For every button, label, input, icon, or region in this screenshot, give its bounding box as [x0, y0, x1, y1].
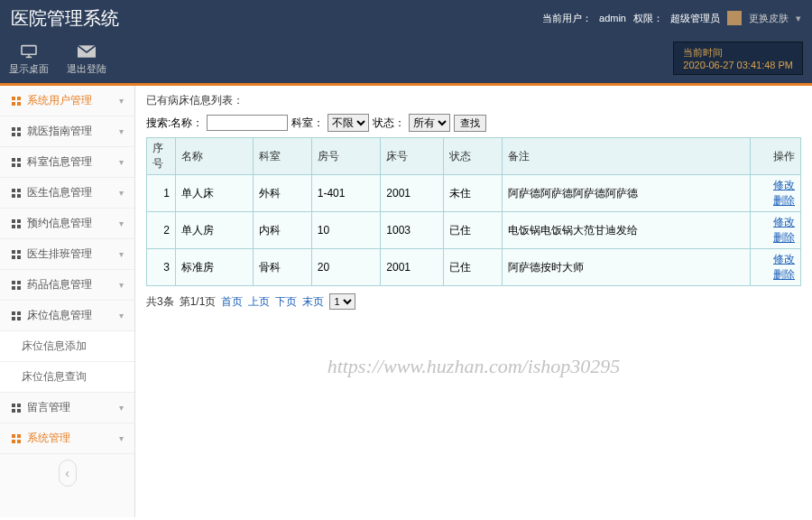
app-title: 医院管理系统	[11, 6, 119, 31]
svg-rect-24	[12, 250, 15, 254]
edit-link[interactable]: 修改	[773, 216, 795, 228]
dept-select[interactable]: 不限	[328, 114, 369, 132]
sidebar-item-5[interactable]: 医生排班管理▾	[0, 239, 134, 270]
desktop-button[interactable]: 显示桌面	[9, 44, 49, 76]
header-bar: 医院管理系统 当前用户： admin 权限： 超级管理员 更换皮肤 ▾	[0, 0, 812, 36]
col-3: 房号	[311, 138, 381, 175]
pager-first[interactable]: 首页	[221, 294, 243, 310]
pager-total: 共3条	[146, 294, 174, 310]
delete-link[interactable]: 删除	[773, 231, 795, 244]
main: 系统用户管理▾就医指南管理▾科室信息管理▾医生信息管理▾预约信息管理▾医生排班管…	[0, 86, 812, 517]
toolbar: 显示桌面 退出登陆 当前时间 2020-06-27 03:41:48 PM	[0, 36, 812, 86]
svg-rect-32	[12, 311, 15, 315]
svg-rect-10	[12, 133, 15, 136]
chevron-down-icon: ▾	[119, 403, 124, 413]
svg-rect-29	[17, 281, 21, 284]
sidebar-item-label: 系统管理	[27, 431, 70, 446]
svg-rect-37	[17, 404, 21, 407]
sidebar-item-1[interactable]: 就医指南管理▾	[0, 116, 134, 147]
sidebar-item-8[interactable]: 留言管理▾	[0, 393, 134, 423]
svg-rect-26	[12, 255, 15, 259]
chevron-down-icon: ▾	[119, 311, 124, 320]
svg-rect-23	[17, 225, 21, 228]
cell-idx: 1	[147, 175, 176, 212]
search-label: 搜索:名称：	[146, 116, 203, 131]
svg-rect-0	[22, 45, 36, 54]
chevron-down-icon: ▾	[119, 157, 124, 167]
svg-rect-17	[17, 189, 21, 192]
collapse-button[interactable]: ‹	[59, 460, 77, 487]
svg-rect-11	[17, 133, 21, 136]
svg-rect-22	[12, 225, 15, 228]
svg-rect-16	[12, 189, 15, 192]
content: 已有病床信息列表： 搜索:名称： 科室： 不限 状态： 所有 查找 序号名称科室…	[135, 86, 812, 517]
sidebar-item-label: 就医指南管理	[27, 124, 92, 139]
col-2: 科室	[253, 138, 311, 175]
edit-link[interactable]: 修改	[773, 253, 795, 265]
cell-name: 标准房	[176, 249, 254, 286]
svg-rect-18	[12, 194, 15, 198]
submenu-item-1[interactable]: 床位信息查询	[0, 362, 134, 393]
time-value: 2020-06-27 03:41:48 PM	[683, 60, 793, 70]
pager-page: 第1/1页	[180, 294, 217, 310]
edit-link[interactable]: 修改	[773, 179, 795, 191]
search-button[interactable]: 查找	[454, 115, 486, 132]
svg-rect-15	[17, 163, 21, 167]
sidebar-item-7[interactable]: 床位信息管理▾	[0, 301, 134, 331]
delete-link[interactable]: 删除	[773, 268, 795, 281]
sidebar-item-3[interactable]: 医生信息管理▾	[0, 178, 134, 209]
table-row: 3标准房骨科202001已住阿萨德按时大师修改 删除	[147, 249, 801, 286]
cell-room: 1-401	[311, 175, 381, 212]
col-1: 名称	[176, 138, 254, 175]
pager-last[interactable]: 末页	[302, 294, 324, 310]
logout-button[interactable]: 退出登陆	[67, 44, 106, 76]
cell-name: 单人房	[176, 212, 254, 249]
search-input[interactable]	[207, 115, 288, 131]
svg-rect-4	[12, 97, 15, 100]
sidebar-item-label: 医生排班管理	[27, 246, 92, 262]
cell-op: 修改 删除	[751, 212, 801, 249]
svg-rect-43	[17, 440, 21, 443]
cell-remark: 阿萨德阿萨德阿萨德阿萨德	[502, 175, 750, 212]
cell-dept: 骨科	[253, 249, 311, 286]
sidebar-item-label: 系统用户管理	[27, 93, 92, 108]
sidebar-item-9[interactable]: 系统管理▾	[0, 423, 134, 454]
cell-remark: 电饭锅电饭锅大范甘迪发给	[502, 212, 750, 249]
pager: 共3条 第1/1页 首页 上页 下页 末页 1	[146, 293, 801, 310]
sidebar-item-4[interactable]: 预约信息管理▾	[0, 209, 134, 239]
svg-rect-13	[17, 158, 21, 162]
cell-room: 20	[311, 249, 381, 286]
cell-status: 已住	[443, 249, 502, 286]
cell-idx: 2	[147, 212, 176, 249]
chevron-down-icon: ▾	[119, 126, 124, 136]
submenu-item-0[interactable]: 床位信息添加	[0, 331, 134, 362]
skin-link[interactable]: 更换皮肤	[749, 12, 789, 25]
status-select[interactable]: 所有	[409, 114, 450, 132]
skin-dropdown-icon[interactable]: ▾	[796, 13, 801, 24]
svg-rect-31	[17, 286, 21, 290]
pager-next[interactable]: 下页	[275, 294, 297, 310]
pager-select[interactable]: 1	[329, 293, 355, 310]
delete-link[interactable]: 删除	[773, 194, 795, 207]
sidebar-item-6[interactable]: 药品信息管理▾	[0, 270, 134, 301]
cell-bed: 1003	[381, 212, 444, 249]
desktop-label: 显示桌面	[9, 62, 49, 76]
col-5: 状态	[443, 138, 502, 175]
search-row: 搜索:名称： 科室： 不限 状态： 所有 查找	[146, 114, 801, 132]
list-title: 已有病床信息列表：	[146, 93, 801, 108]
svg-rect-33	[17, 311, 21, 315]
pager-prev[interactable]: 上页	[248, 294, 270, 310]
time-box: 当前时间 2020-06-27 03:41:48 PM	[673, 42, 803, 75]
sidebar-item-label: 科室信息管理	[27, 154, 92, 170]
svg-rect-36	[12, 404, 15, 407]
svg-rect-25	[17, 250, 21, 254]
cell-idx: 3	[147, 249, 176, 286]
cell-status: 未住	[443, 175, 502, 212]
chevron-down-icon: ▾	[119, 96, 124, 106]
sidebar-item-2[interactable]: 科室信息管理▾	[0, 147, 134, 178]
sidebar-item-0[interactable]: 系统用户管理▾	[0, 86, 134, 116]
svg-rect-40	[12, 434, 15, 438]
chevron-down-icon: ▾	[119, 188, 124, 198]
svg-rect-42	[12, 440, 15, 443]
table-row: 2单人房内科101003已住电饭锅电饭锅大范甘迪发给修改 删除	[147, 212, 801, 249]
